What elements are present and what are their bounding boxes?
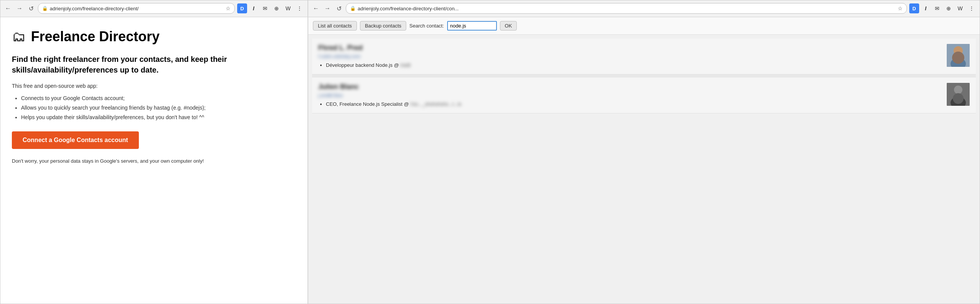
search-label: Search contact: bbox=[409, 23, 444, 29]
feature-item-1: Connects to your Google Contacts account… bbox=[21, 94, 296, 103]
contact-name-1: Fhred L. Pred bbox=[318, 44, 942, 52]
w-icon-left[interactable]: W bbox=[283, 3, 293, 13]
browser-window-left: ← → ↺ 🔒 adrienjoly.com/freelance-directo… bbox=[0, 0, 308, 304]
dashlane-icon-left[interactable]: D bbox=[237, 3, 247, 13]
forward-button-right[interactable]: → bbox=[323, 4, 332, 13]
fork-ribbon[interactable]: Fork me on GitHub bbox=[265, 17, 308, 59]
dashlane-icon-right[interactable]: D bbox=[909, 3, 919, 13]
url-text-right: adrienjoly.com/freelance-directory-clien… bbox=[358, 6, 896, 11]
svg-point-1 bbox=[954, 46, 963, 55]
page-title-icon: 🗂 bbox=[12, 29, 26, 45]
star-icon-left[interactable]: ☆ bbox=[226, 5, 231, 11]
list-contacts-button[interactable]: List all contacts bbox=[313, 21, 357, 31]
contact-card-2: Julien Blanc j.sndbf.lbsc CEO, Freelance… bbox=[312, 78, 976, 113]
search-ok-button[interactable]: OK bbox=[500, 21, 517, 31]
contact-info-2: Julien Blanc j.sndbf.lbsc CEO, Freelance… bbox=[318, 83, 942, 108]
star-icon-right[interactable]: ☆ bbox=[898, 5, 903, 11]
contact-info-1: Fhred L. Pred f.cdsh.cdshdsj.com Dévelop… bbox=[318, 44, 942, 69]
address-bar-left[interactable]: 🔒 adrienjoly.com/freelance-directory-cli… bbox=[38, 3, 235, 14]
menu-icon-left[interactable]: ⋮ bbox=[295, 3, 304, 13]
contact-email-1[interactable]: f.cdsh.cdshdsj.com bbox=[318, 53, 942, 59]
contact-skills-2: CEO, Freelance Node.js Specialist @ f.kx… bbox=[318, 101, 942, 107]
connect-google-button[interactable]: Connect a Google Contacts account bbox=[12, 131, 139, 149]
toolbar-left: ← → ↺ 🔒 adrienjoly.com/freelance-directo… bbox=[0, 0, 308, 17]
refresh-button-right[interactable]: ↺ bbox=[334, 4, 343, 13]
contacts-toolbar: List all contacts Backup contacts Search… bbox=[308, 17, 980, 35]
toolbar-right: ← → ↺ 🔒 adrienjoly.com/freelance-directo… bbox=[308, 0, 980, 17]
contact-avatar-1 bbox=[947, 44, 970, 67]
fork-ribbon-text: Fork me on GitHub bbox=[283, 17, 308, 24]
w-icon-right[interactable]: W bbox=[955, 3, 965, 13]
contact-skill-1-1: Développeur backend Node.js @ Inelli bbox=[326, 62, 942, 68]
page-title: Freelance Directory bbox=[31, 29, 160, 45]
back-button-left[interactable]: ← bbox=[3, 4, 13, 13]
address-bar-right[interactable]: 🔒 adrienjoly.com/freelance-directory-cli… bbox=[346, 3, 907, 14]
refresh-button-left[interactable]: ↺ bbox=[26, 4, 36, 13]
svg-point-4 bbox=[954, 86, 962, 94]
back-button-right[interactable]: ← bbox=[311, 4, 321, 13]
backup-contacts-button[interactable]: Backup contacts bbox=[360, 21, 406, 31]
contact-card-1: Fhred L. Pred f.cdsh.cdshdsj.com Dévelop… bbox=[312, 39, 976, 74]
lock-icon-left: 🔒 bbox=[42, 6, 48, 11]
contact-skill-2-1: CEO, Freelance Node.js Specialist @ f.kx… bbox=[326, 101, 942, 107]
url-text-left: adrienjoly.com/freelance-directory-clien… bbox=[50, 6, 224, 11]
contact-avatar-2 bbox=[947, 83, 970, 106]
extension-icons-right: D I ✉ ⊕ W ⋮ bbox=[909, 3, 977, 13]
lock-icon-right: 🔒 bbox=[350, 6, 356, 11]
mail-icon-left[interactable]: ✉ bbox=[260, 3, 270, 13]
instapaper-icon-right[interactable]: I bbox=[921, 3, 931, 13]
feature-item-2: Allows you to quickly search your freela… bbox=[21, 103, 296, 113]
page-description: This free and open-source web app: bbox=[12, 83, 296, 89]
feature-list: Connects to your Google Contacts account… bbox=[12, 94, 296, 123]
contact-separator-1 bbox=[312, 74, 976, 78]
mail-icon-right[interactable]: ✉ bbox=[932, 3, 942, 13]
menu-icon-right[interactable]: ⋮ bbox=[967, 3, 977, 13]
page-tagline: Find the right freelancer from your cont… bbox=[12, 54, 296, 75]
page-content-left: Fork me on GitHub 🗂 Freelance Directory … bbox=[0, 17, 308, 304]
browser-window-right: ← → ↺ 🔒 adrienjoly.com/freelance-directo… bbox=[308, 0, 980, 304]
contact-name-2: Julien Blanc bbox=[318, 83, 942, 91]
svg-marker-6 bbox=[956, 94, 960, 98]
privacy-icon-right[interactable]: ⊕ bbox=[944, 3, 954, 13]
right-page-content: List all contacts Backup contacts Search… bbox=[308, 17, 980, 304]
contact-skills-1: Développeur backend Node.js @ Inelli bbox=[318, 62, 942, 68]
contact-email-2[interactable]: j.sndbf.lbsc bbox=[318, 92, 942, 98]
search-input[interactable] bbox=[447, 21, 497, 31]
forward-button-left[interactable]: → bbox=[15, 4, 24, 13]
page-title-section: 🗂 Freelance Directory bbox=[12, 29, 296, 45]
extension-icons-left: D I ✉ ⊕ W ⋮ bbox=[237, 3, 304, 13]
feature-item-3: Helps you update their skills/availabili… bbox=[21, 113, 296, 122]
privacy-note: Don't worry, your personal data stays in… bbox=[12, 158, 296, 164]
privacy-icon-left[interactable]: ⊕ bbox=[272, 3, 282, 13]
instapaper-icon-left[interactable]: I bbox=[249, 3, 259, 13]
svg-point-2 bbox=[951, 58, 966, 67]
contacts-list: Fhred L. Pred f.cdsh.cdshdsj.com Dévelop… bbox=[308, 35, 980, 117]
